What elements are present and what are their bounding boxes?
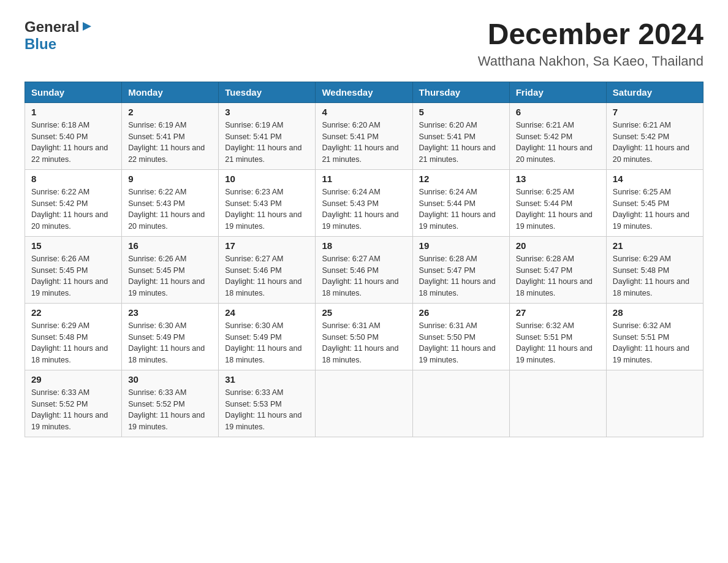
calendar-week-row: 8Sunrise: 6:22 AMSunset: 5:42 PMDaylight… [25, 169, 703, 236]
calendar-day-header: Saturday [606, 82, 703, 102]
day-number: 21 [613, 240, 697, 251]
calendar-cell: 31Sunrise: 6:33 AMSunset: 5:53 PMDayligh… [219, 370, 316, 437]
calendar-cell: 6Sunrise: 6:21 AMSunset: 5:42 PMDaylight… [509, 102, 606, 169]
day-number: 4 [322, 107, 406, 117]
day-number: 8 [31, 174, 115, 184]
day-info: Sunrise: 6:33 AMSunset: 5:52 PMDaylight:… [31, 387, 115, 433]
day-info: Sunrise: 6:26 AMSunset: 5:45 PMDaylight:… [31, 253, 115, 299]
calendar-cell: 5Sunrise: 6:20 AMSunset: 5:41 PMDaylight… [412, 102, 509, 169]
page-header: General Blue December 2024 Watthana Nakh… [25, 18, 703, 69]
calendar-header-row: SundayMondayTuesdayWednesdayThursdayFrid… [25, 82, 703, 102]
calendar-cell: 21Sunrise: 6:29 AMSunset: 5:48 PMDayligh… [606, 236, 703, 303]
day-number: 31 [225, 374, 309, 385]
day-info: Sunrise: 6:26 AMSunset: 5:45 PMDaylight:… [128, 253, 212, 299]
calendar-cell: 26Sunrise: 6:31 AMSunset: 5:50 PMDayligh… [412, 303, 509, 370]
calendar-cell: 28Sunrise: 6:32 AMSunset: 5:51 PMDayligh… [606, 303, 703, 370]
calendar-cell: 1Sunrise: 6:18 AMSunset: 5:40 PMDaylight… [25, 102, 122, 169]
calendar-cell: 16Sunrise: 6:26 AMSunset: 5:45 PMDayligh… [122, 236, 219, 303]
calendar-cell: 10Sunrise: 6:23 AMSunset: 5:43 PMDayligh… [219, 169, 316, 236]
day-number: 19 [419, 240, 503, 251]
day-info: Sunrise: 6:23 AMSunset: 5:43 PMDaylight:… [225, 186, 309, 232]
day-number: 10 [225, 174, 309, 184]
main-title: December 2024 [478, 18, 703, 51]
calendar-cell: 19Sunrise: 6:28 AMSunset: 5:47 PMDayligh… [412, 236, 509, 303]
logo-blue: Blue [25, 36, 56, 53]
calendar-cell: 9Sunrise: 6:22 AMSunset: 5:43 PMDaylight… [122, 169, 219, 236]
day-number: 28 [613, 307, 697, 318]
calendar-cell: 27Sunrise: 6:32 AMSunset: 5:51 PMDayligh… [509, 303, 606, 370]
calendar-cell: 18Sunrise: 6:27 AMSunset: 5:46 PMDayligh… [316, 236, 412, 303]
calendar-week-row: 29Sunrise: 6:33 AMSunset: 5:52 PMDayligh… [25, 370, 703, 437]
calendar-cell: 8Sunrise: 6:22 AMSunset: 5:42 PMDaylight… [25, 169, 122, 236]
day-number: 30 [128, 374, 212, 385]
calendar-week-row: 22Sunrise: 6:29 AMSunset: 5:48 PMDayligh… [25, 303, 703, 370]
day-number: 6 [516, 107, 600, 117]
day-number: 18 [322, 240, 406, 251]
day-info: Sunrise: 6:32 AMSunset: 5:51 PMDaylight:… [516, 320, 600, 366]
calendar-cell [606, 370, 703, 437]
day-info: Sunrise: 6:22 AMSunset: 5:43 PMDaylight:… [128, 186, 212, 232]
logo: General Blue [25, 18, 94, 53]
day-number: 11 [322, 174, 406, 184]
day-number: 5 [419, 107, 503, 117]
day-info: Sunrise: 6:21 AMSunset: 5:42 PMDaylight:… [516, 120, 600, 166]
logo-general: General [25, 18, 94, 36]
day-info: Sunrise: 6:25 AMSunset: 5:44 PMDaylight:… [516, 186, 600, 232]
calendar-cell: 22Sunrise: 6:29 AMSunset: 5:48 PMDayligh… [25, 303, 122, 370]
day-number: 17 [225, 240, 309, 251]
calendar-day-header: Friday [509, 82, 606, 102]
calendar-cell: 12Sunrise: 6:24 AMSunset: 5:44 PMDayligh… [412, 169, 509, 236]
calendar-cell: 11Sunrise: 6:24 AMSunset: 5:43 PMDayligh… [316, 169, 412, 236]
calendar-cell: 2Sunrise: 6:19 AMSunset: 5:41 PMDaylight… [122, 102, 219, 169]
calendar-cell: 4Sunrise: 6:20 AMSunset: 5:41 PMDaylight… [316, 102, 412, 169]
calendar-cell: 14Sunrise: 6:25 AMSunset: 5:45 PMDayligh… [606, 169, 703, 236]
day-number: 23 [128, 307, 212, 318]
day-number: 3 [225, 107, 309, 117]
calendar-cell: 24Sunrise: 6:30 AMSunset: 5:49 PMDayligh… [219, 303, 316, 370]
day-info: Sunrise: 6:20 AMSunset: 5:41 PMDaylight:… [322, 120, 406, 166]
calendar-day-header: Tuesday [219, 82, 316, 102]
calendar-day-header: Wednesday [316, 82, 412, 102]
day-number: 29 [31, 374, 115, 385]
day-info: Sunrise: 6:32 AMSunset: 5:51 PMDaylight:… [613, 320, 697, 366]
calendar-cell [509, 370, 606, 437]
day-info: Sunrise: 6:33 AMSunset: 5:52 PMDaylight:… [128, 387, 212, 433]
day-number: 27 [516, 307, 600, 318]
day-number: 25 [322, 307, 406, 318]
calendar-cell: 17Sunrise: 6:27 AMSunset: 5:46 PMDayligh… [219, 236, 316, 303]
calendar-cell: 15Sunrise: 6:26 AMSunset: 5:45 PMDayligh… [25, 236, 122, 303]
calendar-cell [316, 370, 412, 437]
day-info: Sunrise: 6:30 AMSunset: 5:49 PMDaylight:… [225, 320, 309, 366]
title-block: December 2024 Watthana Nakhon, Sa Kaeo, … [478, 18, 703, 69]
calendar-cell: 25Sunrise: 6:31 AMSunset: 5:50 PMDayligh… [316, 303, 412, 370]
day-info: Sunrise: 6:31 AMSunset: 5:50 PMDaylight:… [322, 320, 406, 366]
day-number: 13 [516, 174, 600, 184]
day-info: Sunrise: 6:31 AMSunset: 5:50 PMDaylight:… [419, 320, 503, 366]
day-info: Sunrise: 6:24 AMSunset: 5:43 PMDaylight:… [322, 186, 406, 232]
day-number: 22 [31, 307, 115, 318]
day-info: Sunrise: 6:24 AMSunset: 5:44 PMDaylight:… [419, 186, 503, 232]
day-number: 2 [128, 107, 212, 117]
calendar-cell: 20Sunrise: 6:28 AMSunset: 5:47 PMDayligh… [509, 236, 606, 303]
day-info: Sunrise: 6:28 AMSunset: 5:47 PMDaylight:… [516, 253, 600, 299]
day-info: Sunrise: 6:19 AMSunset: 5:41 PMDaylight:… [225, 120, 309, 166]
day-info: Sunrise: 6:29 AMSunset: 5:48 PMDaylight:… [613, 253, 697, 299]
day-info: Sunrise: 6:18 AMSunset: 5:40 PMDaylight:… [31, 120, 115, 166]
day-info: Sunrise: 6:29 AMSunset: 5:48 PMDaylight:… [31, 320, 115, 366]
day-number: 26 [419, 307, 503, 318]
calendar-cell: 23Sunrise: 6:30 AMSunset: 5:49 PMDayligh… [122, 303, 219, 370]
day-info: Sunrise: 6:27 AMSunset: 5:46 PMDaylight:… [322, 253, 406, 299]
calendar-cell: 13Sunrise: 6:25 AMSunset: 5:44 PMDayligh… [509, 169, 606, 236]
calendar-day-header: Sunday [25, 82, 122, 102]
day-info: Sunrise: 6:22 AMSunset: 5:42 PMDaylight:… [31, 186, 115, 232]
calendar-cell: 30Sunrise: 6:33 AMSunset: 5:52 PMDayligh… [122, 370, 219, 437]
day-info: Sunrise: 6:19 AMSunset: 5:41 PMDaylight:… [128, 120, 212, 166]
calendar-cell: 7Sunrise: 6:21 AMSunset: 5:42 PMDaylight… [606, 102, 703, 169]
day-info: Sunrise: 6:25 AMSunset: 5:45 PMDaylight:… [613, 186, 697, 232]
day-info: Sunrise: 6:33 AMSunset: 5:53 PMDaylight:… [225, 387, 309, 433]
calendar-table: SundayMondayTuesdayWednesdayThursdayFrid… [25, 82, 703, 437]
day-number: 9 [128, 174, 212, 184]
day-info: Sunrise: 6:28 AMSunset: 5:47 PMDaylight:… [419, 253, 503, 299]
calendar-day-header: Thursday [412, 82, 509, 102]
day-info: Sunrise: 6:21 AMSunset: 5:42 PMDaylight:… [613, 120, 697, 166]
